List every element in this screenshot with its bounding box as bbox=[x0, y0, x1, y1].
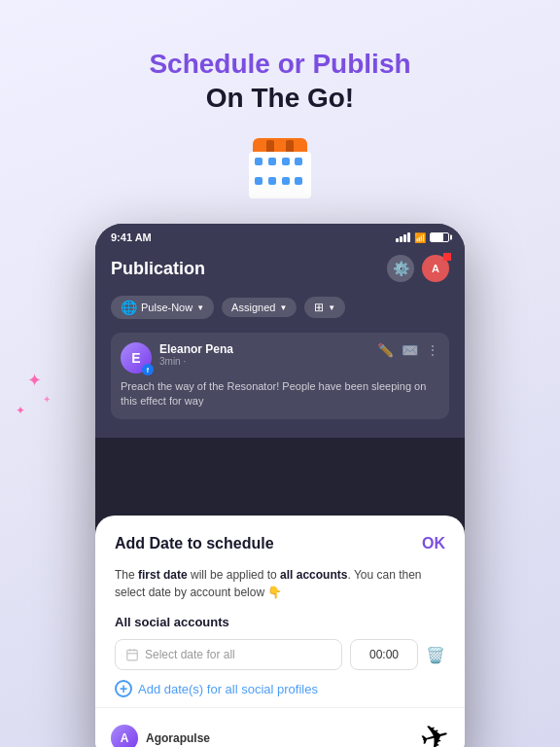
modal-description: The first date will be applied to all ac… bbox=[115, 566, 445, 601]
cal-dot-1 bbox=[255, 158, 262, 165]
sparkle-icon-2: ✦ bbox=[16, 404, 25, 417]
filter-pulse-now[interactable]: 🌐 Pulse-Now ▼ bbox=[111, 296, 214, 319]
post-actions: ✏️ ✉️ ⋮ bbox=[377, 342, 439, 358]
paper-plane-icon: ✈ bbox=[415, 715, 454, 747]
date-placeholder: Select date for all bbox=[145, 648, 235, 661]
app-header: Publication ⚙️ A bbox=[95, 247, 465, 290]
bar1 bbox=[396, 238, 399, 242]
filter-assigned[interactable]: Assigned ▼ bbox=[222, 298, 297, 317]
battery-icon bbox=[430, 232, 449, 242]
sparkle-icon-3: ✦ bbox=[43, 394, 51, 405]
signal-icon bbox=[396, 232, 410, 242]
post-user: E f Eleanor Pena 3min · bbox=[121, 342, 233, 374]
modal-ok-button[interactable]: OK bbox=[422, 535, 445, 552]
modal-overlay: Add Date to schedule OK The first date w… bbox=[95, 438, 465, 747]
battery-fill bbox=[431, 233, 443, 241]
bar3 bbox=[403, 234, 406, 242]
bar2 bbox=[400, 236, 402, 242]
date-row: Select date for all 00:00 🗑️ bbox=[115, 639, 445, 670]
add-circle-icon: + bbox=[115, 680, 132, 697]
device-screen: 9:41 AM 📶 Publication ⚙️ A bbox=[95, 224, 465, 747]
chevron-down-icon: ▼ bbox=[196, 303, 204, 312]
bar4 bbox=[407, 232, 410, 242]
bottom-bar: A Agorapulse ✈ bbox=[95, 707, 465, 747]
message-icon[interactable]: ✉️ bbox=[402, 342, 418, 358]
chevron-down-icon-2: ▼ bbox=[279, 303, 287, 312]
time-input[interactable]: 00:00 bbox=[350, 639, 418, 670]
post-area: E f Eleanor Pena 3min · ✏️ ✉️ ⋮ P bbox=[95, 325, 465, 427]
chevron-down-icon-3: ▼ bbox=[328, 303, 335, 312]
calendar-body bbox=[249, 152, 311, 198]
cal-dot-8 bbox=[295, 177, 302, 185]
sparkle-icon-1: ✦ bbox=[27, 370, 42, 391]
filter-label-2: Assigned bbox=[231, 302, 275, 313]
status-right: 📶 bbox=[396, 232, 449, 243]
more-icon[interactable]: ⋮ bbox=[426, 342, 439, 358]
cal-dot-4 bbox=[295, 158, 302, 165]
svg-rect-0 bbox=[127, 650, 138, 660]
status-time: 9:41 AM bbox=[111, 231, 152, 243]
post-meta: Eleanor Pena 3min · bbox=[159, 342, 233, 367]
post-name: Eleanor Pena bbox=[159, 342, 233, 356]
settings-icon[interactable]: ⚙️ bbox=[387, 255, 414, 282]
cal-dot-6 bbox=[268, 177, 276, 185]
bottom-avatar: A bbox=[111, 725, 138, 747]
filter-view[interactable]: ⊞ ▼ bbox=[304, 297, 345, 318]
hero-line2: On The Go! bbox=[149, 81, 410, 115]
status-bar: 9:41 AM 📶 bbox=[95, 224, 465, 247]
filter-label-1: Pulse-Now bbox=[141, 302, 192, 313]
wifi-icon: 📶 bbox=[414, 232, 426, 243]
post-time: 3min · bbox=[159, 356, 233, 367]
cal-dot-7 bbox=[282, 177, 290, 185]
cal-dot-5 bbox=[255, 177, 262, 185]
hero-line1: Schedule or Publish bbox=[149, 47, 410, 81]
device-frame: 9:41 AM 📶 Publication ⚙️ A bbox=[95, 224, 465, 747]
delete-icon[interactable]: 🗑️ bbox=[426, 646, 445, 664]
section-label: All social accounts bbox=[115, 615, 445, 629]
bold-all-accounts: all accounts bbox=[280, 568, 347, 582]
post-header: E f Eleanor Pena 3min · ✏️ ✉️ ⋮ bbox=[121, 342, 439, 374]
add-date-modal: Add Date to schedule OK The first date w… bbox=[95, 516, 465, 747]
cal-dot-3 bbox=[282, 158, 290, 165]
post-card: E f Eleanor Pena 3min · ✏️ ✉️ ⋮ P bbox=[111, 333, 449, 419]
modal-header: Add Date to schedule OK bbox=[115, 535, 445, 552]
add-dates-link[interactable]: + Add date(s) for all social profiles bbox=[115, 680, 445, 697]
profile-icon[interactable]: A bbox=[422, 255, 449, 282]
post-text: Preach the way of the Resonator! People … bbox=[121, 379, 439, 409]
modal-title: Add Date to schedule bbox=[115, 535, 274, 552]
app-title: Publication bbox=[111, 259, 205, 279]
facebook-badge: f bbox=[142, 364, 154, 375]
bold-first-date: first date bbox=[138, 568, 188, 582]
filter-bar: 🌐 Pulse-Now ▼ Assigned ▼ ⊞ ▼ bbox=[95, 290, 465, 325]
calendar-illustration bbox=[245, 138, 315, 208]
hero-section: Schedule or Publish On The Go! bbox=[149, 47, 410, 115]
calendar-input-icon bbox=[125, 648, 139, 661]
avatar: E f bbox=[121, 342, 152, 374]
add-dates-label: Add date(s) for all social profiles bbox=[138, 682, 318, 696]
bottom-name: Agorapulse bbox=[146, 731, 210, 745]
cal-dot-2 bbox=[268, 158, 276, 165]
date-input[interactable]: Select date for all bbox=[115, 639, 342, 670]
header-icons: ⚙️ A bbox=[387, 255, 449, 282]
edit-icon[interactable]: ✏️ bbox=[377, 342, 394, 358]
